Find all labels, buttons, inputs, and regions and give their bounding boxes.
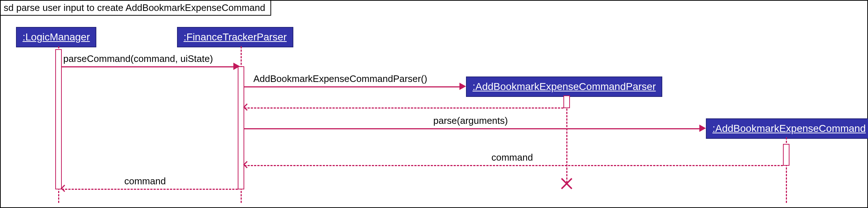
- message-parse-arguments: [244, 128, 703, 129]
- participant-add-bookmark-expense-command: :AddBookmarkExpenseCommand: [706, 118, 868, 139]
- arrow-icon: [699, 125, 706, 132]
- arrow-icon: [243, 103, 250, 111]
- participant-finance-tracker-parser: :FinanceTrackerParser: [177, 27, 293, 47]
- arrow-icon: [459, 83, 466, 90]
- arrow-icon: [61, 185, 68, 192]
- arrow-icon: [233, 63, 240, 70]
- participant-label: :LogicManager: [23, 31, 90, 43]
- message-label: parseCommand(command, uiState): [63, 53, 213, 64]
- message-create-parser: [244, 86, 463, 87]
- return-command-1: [244, 165, 783, 166]
- message-label: command: [491, 152, 533, 163]
- participant-add-bookmark-expense-command-parser: :AddBookmarkExpenseCommandParser: [466, 76, 662, 97]
- activation-logic-manager: [55, 49, 62, 189]
- sequence-diagram: sd parse user input to create AddBookmar…: [0, 0, 868, 208]
- participant-label: :AddBookmarkExpenseCommand: [712, 123, 866, 134]
- lifeline-add-bookmark-expense-command-parser: [566, 95, 567, 183]
- activation-finance-tracker-parser: [238, 66, 244, 189]
- participant-label: :AddBookmarkExpenseCommandParser: [473, 81, 656, 92]
- participant-label: :FinanceTrackerParser: [184, 31, 287, 43]
- frame-title: sd parse user input to create AddBookmar…: [1, 1, 271, 16]
- return-command-2: [62, 189, 238, 190]
- message-label: parse(arguments): [433, 115, 508, 126]
- message-label: AddBookmarkExpenseCommandParser(): [253, 73, 427, 85]
- message-label: command: [124, 176, 166, 187]
- participant-logic-manager: :LogicManager: [16, 27, 96, 47]
- arrow-icon: [243, 161, 250, 168]
- destroy-icon: [559, 176, 574, 191]
- activation-add-bookmark-expense-command: [783, 144, 789, 166]
- message-parse-command: [62, 66, 238, 67]
- return-parser: [244, 107, 563, 109]
- activation-add-bookmark-expense-command-parser: [563, 95, 570, 108]
- frame-title-text: sd parse user input to create AddBookmar…: [4, 2, 265, 13]
